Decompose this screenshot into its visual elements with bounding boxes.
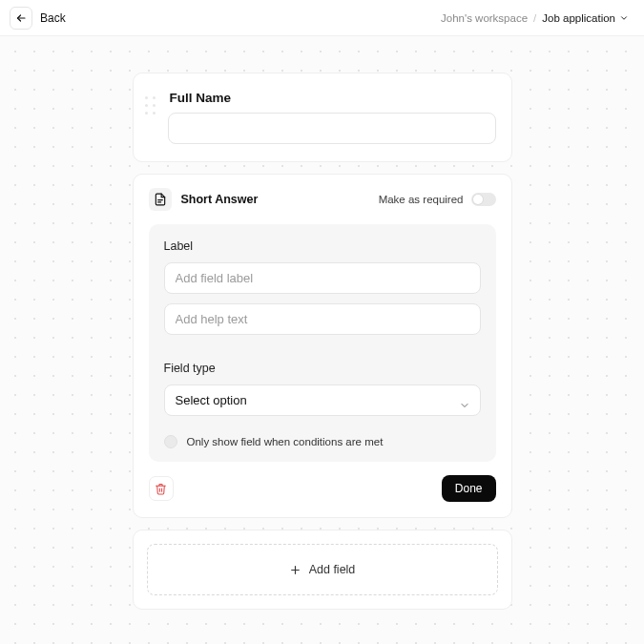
field-label-input[interactable] <box>164 262 481 294</box>
breadcrumb-separator: / <box>533 12 536 24</box>
field-title: Full Name <box>170 91 496 105</box>
done-button[interactable]: Done <box>442 475 496 502</box>
chevron-down-icon <box>619 13 629 23</box>
label-heading: Label <box>164 239 481 253</box>
short-answer-icon <box>154 193 167 206</box>
back-label: Back <box>40 11 66 25</box>
breadcrumb-current-label: Job application <box>542 12 615 24</box>
fieldtype-select[interactable] <box>164 384 481 416</box>
conditions-label: Only show field when conditions are met <box>187 436 384 447</box>
required-label: Make as required <box>379 194 464 205</box>
conditions-radio[interactable] <box>164 435 177 448</box>
editor-settings-panel: Label Field type Only show field when co… <box>149 224 496 462</box>
delete-field-button[interactable] <box>149 476 174 501</box>
fullname-input[interactable] <box>168 113 496 144</box>
trash-icon <box>155 483 167 495</box>
add-field-button[interactable]: Add field <box>147 544 498 595</box>
fieldtype-heading: Field type <box>164 362 481 375</box>
drag-handle-icon[interactable] <box>145 96 158 117</box>
add-field-label: Add field <box>309 563 356 576</box>
field-help-input[interactable] <box>164 303 481 335</box>
breadcrumb-current[interactable]: Job application <box>542 12 629 24</box>
add-field-card: Add field <box>133 530 512 610</box>
required-toggle[interactable] <box>471 193 496 206</box>
breadcrumb: John's workspace / Job application <box>441 12 634 24</box>
back-button[interactable] <box>10 7 32 30</box>
field-editor-card: Short Answer Make as required Label Fiel… <box>133 174 512 518</box>
form-canvas: Full Name Short Answer Make as requ <box>0 36 644 644</box>
field-card-fullname: Full Name <box>133 73 512 162</box>
arrow-left-icon <box>15 12 27 24</box>
plus-icon <box>289 564 301 576</box>
breadcrumb-workspace[interactable]: John's workspace <box>441 12 528 24</box>
editor-type-title: Short Answer <box>181 193 259 206</box>
top-bar: Back John's workspace / Job application <box>0 0 644 36</box>
back-group: Back <box>10 7 66 30</box>
field-type-box <box>149 188 172 211</box>
